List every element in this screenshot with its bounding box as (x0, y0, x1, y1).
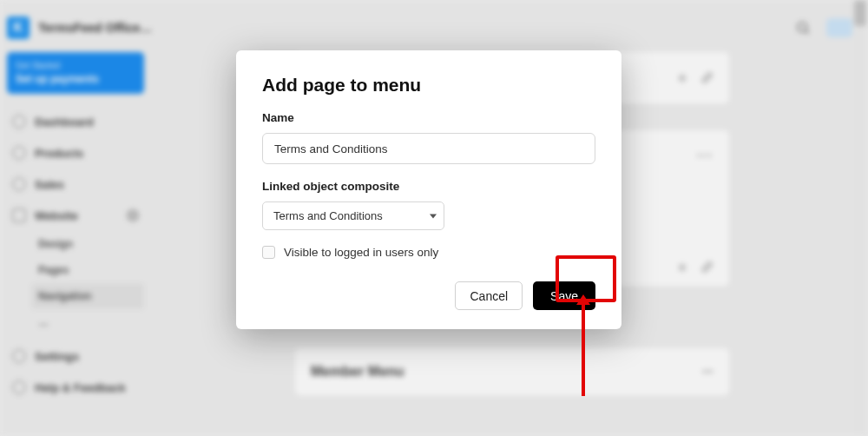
name-input[interactable] (262, 133, 595, 164)
linked-object-value: Terms and Conditions (273, 209, 383, 222)
linked-object-select[interactable]: Terms and Conditions (262, 201, 444, 230)
visible-logged-in-label: Visible to logged in users only (284, 246, 438, 259)
name-label: Name (262, 111, 595, 124)
cancel-button[interactable]: Cancel (455, 281, 523, 310)
chevron-down-icon (430, 214, 437, 218)
linked-object-label: Linked object composite (262, 180, 595, 193)
visible-logged-in-checkbox[interactable] (262, 246, 275, 259)
modal-title: Add page to menu (262, 75, 595, 96)
save-button[interactable]: Save (533, 281, 595, 310)
modal-actions: Cancel Save (262, 281, 595, 310)
add-page-modal: Add page to menu Name Linked object comp… (236, 50, 621, 329)
